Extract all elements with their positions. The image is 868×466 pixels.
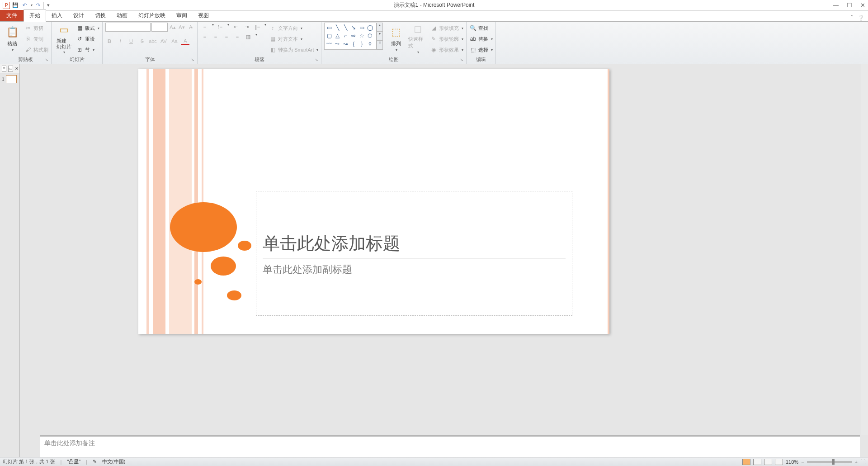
tab-home[interactable]: 开始 — [24, 10, 46, 22]
columns-button[interactable]: ▥ — [244, 33, 253, 41]
align-center-button[interactable]: ≡ — [211, 33, 220, 41]
shape-rect-icon[interactable]: ▭ — [326, 24, 333, 31]
shape-brace2-icon[interactable]: } — [358, 40, 365, 48]
title-text[interactable]: 单击此处添加标题 — [256, 191, 572, 258]
shape-arrow2-icon[interactable]: ⇨ — [350, 32, 357, 39]
slides-tab-icon[interactable]: ▭ — [8, 66, 13, 72]
strikethrough-button[interactable]: S̶ — [138, 37, 146, 45]
shape-oval-icon[interactable]: ◯ — [366, 24, 373, 31]
align-text-button[interactable]: ▤对齐文本▾ — [269, 34, 318, 43]
char-spacing-button[interactable]: AV — [160, 37, 168, 45]
tab-review[interactable]: 审阅 — [171, 10, 193, 21]
notes-pane[interactable]: 单击此处添加备注 — [40, 435, 860, 457]
tab-design[interactable]: 设计 — [68, 10, 90, 21]
vertical-scrollbar[interactable] — [860, 64, 868, 435]
justify-button[interactable]: ≡ — [233, 33, 242, 41]
close-icon[interactable]: ✕ — [860, 2, 865, 9]
shape-effects-button[interactable]: ◉形状效果▾ — [430, 45, 463, 54]
shapes-gallery[interactable]: ▭ ╲ ╲ ↘ ▭ ◯ ▢ △ ⌐ ⇨ ☆ ⬡ 〰 ⤳ ↝ { } — [324, 23, 377, 50]
layout-button[interactable]: ▦版式▾ — [76, 24, 99, 33]
zoom-slider[interactable] — [807, 461, 852, 463]
change-case-button[interactable]: Aa — [170, 37, 179, 45]
notes-placeholder[interactable]: 单击此处添加备注 — [44, 439, 95, 447]
text-direction-button[interactable]: ↕文字方向▾ — [269, 24, 318, 33]
help-icon[interactable]: ❔ — [858, 15, 864, 21]
shape-outline-button[interactable]: ✎形状轮廓▾ — [430, 34, 463, 43]
paragraph-launcher-icon[interactable]: ↘ — [315, 57, 320, 63]
shape-rect2-icon[interactable]: ▭ — [358, 24, 365, 31]
tab-transitions[interactable]: 切换 — [90, 10, 111, 21]
bullets-button[interactable]: ≡ — [200, 23, 209, 31]
subtitle-text[interactable]: 单击此处添加副标题 — [256, 258, 572, 281]
tab-slideshow[interactable]: 幻灯片放映 — [133, 10, 171, 21]
shape-star-icon[interactable]: ☆ — [358, 32, 365, 39]
slideshow-view-button[interactable] — [775, 459, 783, 465]
title-placeholder[interactable]: 单击此处添加标题 单击此处添加副标题 — [256, 191, 572, 316]
arrange-button[interactable]: ⬚ 排列 ▾ — [387, 23, 406, 54]
tab-animations[interactable]: 动画 — [111, 10, 133, 21]
convert-smartart-button[interactable]: ◧转换为 SmartArt▾ — [269, 45, 318, 54]
italic-button[interactable]: I — [116, 37, 124, 45]
fit-to-window-button[interactable]: ⛶ — [860, 459, 865, 465]
minimize-ribbon-icon[interactable]: ˇ — [851, 15, 853, 21]
undo-icon[interactable]: ↶ — [21, 2, 28, 9]
redo-icon[interactable]: ↷ — [34, 2, 42, 9]
language-status[interactable]: 中文(中国) — [102, 458, 125, 465]
shape-line2-icon[interactable]: ╲ — [342, 24, 349, 31]
zoom-out-button[interactable]: − — [801, 459, 804, 465]
shape-l-icon[interactable]: ⌐ — [342, 32, 349, 39]
new-slide-button[interactable]: ▭ 新建 幻灯片 ▾ — [54, 23, 73, 54]
shape-arrow-icon[interactable]: ↘ — [350, 24, 357, 31]
slide-thumbnail[interactable]: 1 — [2, 75, 18, 83]
reset-button[interactable]: ↺重设 — [76, 34, 99, 43]
save-icon[interactable]: 💾 — [12, 2, 19, 9]
shadow-button[interactable]: abc — [149, 37, 157, 45]
tab-view[interactable]: 视图 — [193, 10, 214, 21]
shape-roundrect-icon[interactable]: ▢ — [326, 32, 333, 39]
increase-indent-button[interactable]: ⇥ — [242, 23, 251, 31]
minimize-icon[interactable]: — — [833, 2, 839, 9]
shape-conn-icon[interactable]: ⤳ — [334, 40, 341, 48]
tab-insert[interactable]: 插入 — [46, 10, 68, 21]
cut-button[interactable]: ✂剪切 — [24, 24, 48, 33]
increase-font-icon[interactable]: A▴ — [169, 23, 177, 31]
format-painter-button[interactable]: 🖌格式刷 — [24, 45, 48, 54]
underline-button[interactable]: U — [127, 37, 135, 45]
panel-close-icon[interactable]: ✕ — [15, 66, 19, 71]
clipboard-launcher-icon[interactable]: ↘ — [45, 57, 50, 63]
font-size-select[interactable] — [151, 23, 168, 32]
undo-dropdown-icon[interactable]: ▾ — [31, 3, 33, 7]
bold-button[interactable]: B — [105, 37, 113, 45]
tab-file[interactable]: 文件 — [0, 10, 24, 21]
find-button[interactable]: 🔍查找 — [469, 24, 493, 33]
drawing-launcher-icon[interactable]: ↘ — [460, 57, 465, 63]
align-right-button[interactable]: ≡ — [222, 33, 231, 41]
normal-view-button[interactable] — [742, 459, 750, 465]
zoom-in-button[interactable]: + — [855, 459, 858, 465]
shapes-gallery-scroll[interactable]: ▴▾≡ — [377, 23, 383, 50]
copy-button[interactable]: ⎘复制 — [24, 34, 48, 43]
shape-hex-icon[interactable]: ⬡ — [366, 32, 373, 39]
font-launcher-icon[interactable]: ↘ — [191, 57, 196, 63]
quick-styles-button[interactable]: ◻ 快速样式 ▾ — [408, 23, 427, 54]
shape-conn2-icon[interactable]: ↝ — [342, 40, 349, 48]
shape-fill-button[interactable]: ◢形状填充▾ — [430, 24, 463, 33]
shape-curve-icon[interactable]: 〰 — [326, 40, 333, 48]
maximize-icon[interactable]: ☐ — [847, 2, 852, 9]
shape-brace-icon[interactable]: { — [350, 40, 357, 48]
sorter-view-button[interactable] — [753, 459, 761, 465]
decrease-font-icon[interactable]: A▾ — [178, 23, 186, 31]
shape-triangle-icon[interactable]: △ — [334, 32, 341, 39]
section-button[interactable]: ⊞节▾ — [76, 45, 99, 54]
paste-button[interactable]: 📋 粘贴 ▾ — [3, 23, 22, 54]
shape-callout-icon[interactable]: ◊ — [366, 40, 373, 48]
replace-button[interactable]: ab替换▾ — [469, 34, 493, 43]
slide[interactable]: 单击此处添加标题 单击此处添加副标题 — [138, 69, 609, 334]
line-spacing-button[interactable]: ‖≡ — [253, 23, 262, 31]
font-family-select[interactable] — [105, 23, 151, 32]
outline-tab-icon[interactable]: ≡ — [2, 66, 6, 72]
zoom-level[interactable]: 110% — [786, 459, 798, 465]
reading-view-button[interactable] — [764, 459, 772, 465]
numbering-button[interactable]: ⁝≡ — [216, 23, 225, 31]
qat-customize-icon[interactable]: ▾ — [43, 2, 51, 9]
